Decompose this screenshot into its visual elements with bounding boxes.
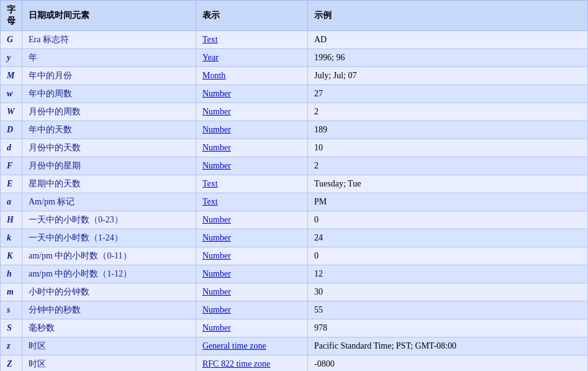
repr-link[interactable]: Text — [202, 179, 218, 188]
table-row: k一天中的小时数（1-24）Number24 — [1, 229, 588, 247]
repr-link[interactable]: Number — [202, 161, 231, 170]
cell-letter: E — [1, 175, 22, 193]
cell-description: 年中的月份 — [22, 67, 196, 85]
cell-representation[interactable]: General time zone — [196, 337, 308, 355]
repr-link[interactable]: Number — [202, 305, 231, 314]
cell-representation[interactable]: Year — [196, 49, 308, 67]
repr-link[interactable]: General time zone — [202, 341, 266, 350]
cell-example: 0 — [308, 247, 588, 265]
cell-description: Am/pm 标记 — [22, 193, 196, 211]
cell-example: PM — [308, 193, 588, 211]
table-row: z时区General time zonePacific Standard Tim… — [1, 337, 588, 355]
table-row: D年中的天数Number189 — [1, 121, 588, 139]
cell-letter: h — [1, 265, 22, 283]
cell-description: 年中的天数 — [22, 121, 196, 139]
table-row: Kam/pm 中的小时数（0-11）Number0 — [1, 247, 588, 265]
header-letter: 字母 — [1, 1, 22, 31]
cell-description: 星期中的天数 — [22, 175, 196, 193]
cell-example: 27 — [308, 85, 588, 103]
repr-link[interactable]: Number — [202, 323, 231, 332]
cell-description: 小时中的分钟数 — [22, 283, 196, 301]
cell-representation[interactable]: Number — [196, 103, 308, 121]
cell-description: 一天中的小时数（1-24） — [22, 229, 196, 247]
cell-description: am/pm 中的小时数（0-11） — [22, 247, 196, 265]
repr-link[interactable]: Number — [202, 143, 231, 152]
cell-example: 2 — [308, 103, 588, 121]
repr-link[interactable]: Number — [202, 215, 231, 224]
cell-description: 时区 — [22, 355, 196, 372]
cell-example: -0800 — [308, 355, 588, 372]
cell-representation[interactable]: Number — [196, 229, 308, 247]
repr-link[interactable]: Number — [202, 233, 231, 242]
cell-example: AD — [308, 31, 588, 49]
cell-representation[interactable]: Number — [196, 211, 308, 229]
header-repr: 表示 — [196, 1, 308, 31]
cell-letter: H — [1, 211, 22, 229]
date-format-table: 字母 日期或时间元素 表示 示例 GEra 标志符TextADy年Year199… — [0, 0, 588, 371]
cell-description: 分钟中的秒数 — [22, 301, 196, 319]
cell-letter: M — [1, 67, 22, 85]
repr-link[interactable]: Month — [202, 71, 225, 80]
cell-description: 年 — [22, 49, 196, 67]
cell-letter: F — [1, 157, 22, 175]
cell-representation[interactable]: Number — [196, 283, 308, 301]
repr-link[interactable]: Number — [202, 89, 231, 98]
cell-description: 毫秒数 — [22, 319, 196, 337]
cell-letter: z — [1, 337, 22, 355]
cell-letter: a — [1, 193, 22, 211]
repr-link[interactable]: Text — [202, 197, 218, 206]
cell-representation[interactable]: Number — [196, 139, 308, 157]
repr-link[interactable]: Number — [202, 251, 231, 260]
repr-link[interactable]: Number — [202, 107, 231, 116]
header-desc: 日期或时间元素 — [22, 1, 196, 31]
table-row: Z时区RFC 822 time zone-0800 — [1, 355, 588, 372]
table-row: w年中的周数Number27 — [1, 85, 588, 103]
repr-link[interactable]: RFC 822 time zone — [202, 359, 270, 369]
table-row: d月份中的天数Number10 — [1, 139, 588, 157]
cell-representation[interactable]: Number — [196, 247, 308, 265]
cell-letter: d — [1, 139, 22, 157]
cell-letter: W — [1, 103, 22, 121]
table-row: ham/pm 中的小时数（1-12）Number12 — [1, 265, 588, 283]
table-row: GEra 标志符TextAD — [1, 31, 588, 49]
cell-representation[interactable]: Number — [196, 265, 308, 283]
repr-link[interactable]: Year — [202, 53, 219, 62]
cell-letter: Z — [1, 355, 22, 372]
repr-link[interactable]: Number — [202, 287, 231, 296]
table-row: F月份中的星期Number2 — [1, 157, 588, 175]
cell-description: 时区 — [22, 337, 196, 355]
table-row: aAm/pm 标记TextPM — [1, 193, 588, 211]
cell-description: 月份中的周数 — [22, 103, 196, 121]
cell-representation[interactable]: Text — [196, 193, 308, 211]
table-row: H一天中的小时数（0-23）Number0 — [1, 211, 588, 229]
cell-letter: k — [1, 229, 22, 247]
cell-example: 12 — [308, 265, 588, 283]
cell-representation[interactable]: Number — [196, 319, 308, 337]
cell-description: 一天中的小时数（0-23） — [22, 211, 196, 229]
table-row: W月份中的周数Number2 — [1, 103, 588, 121]
cell-example: 1996; 96 — [308, 49, 588, 67]
cell-example: 10 — [308, 139, 588, 157]
repr-link[interactable]: Number — [202, 125, 231, 134]
cell-example: 189 — [308, 121, 588, 139]
cell-description: Era 标志符 — [22, 31, 196, 49]
cell-letter: w — [1, 85, 22, 103]
cell-representation[interactable]: Month — [196, 67, 308, 85]
table-row: y年Year1996; 96 — [1, 49, 588, 67]
cell-representation[interactable]: Number — [196, 157, 308, 175]
repr-link[interactable]: Text — [202, 35, 218, 44]
cell-description: 月份中的星期 — [22, 157, 196, 175]
repr-link[interactable]: Number — [202, 269, 231, 278]
cell-example: 24 — [308, 229, 588, 247]
cell-representation[interactable]: Number — [196, 85, 308, 103]
cell-representation[interactable]: Text — [196, 31, 308, 49]
cell-representation[interactable]: Text — [196, 175, 308, 193]
table-header-row: 字母 日期或时间元素 表示 示例 — [1, 1, 588, 31]
cell-example: 978 — [308, 319, 588, 337]
cell-representation[interactable]: Number — [196, 121, 308, 139]
cell-letter: S — [1, 319, 22, 337]
table-row: E星期中的天数TextTuesday; Tue — [1, 175, 588, 193]
cell-example: 2 — [308, 157, 588, 175]
cell-representation[interactable]: RFC 822 time zone — [196, 355, 308, 372]
cell-representation[interactable]: Number — [196, 301, 308, 319]
